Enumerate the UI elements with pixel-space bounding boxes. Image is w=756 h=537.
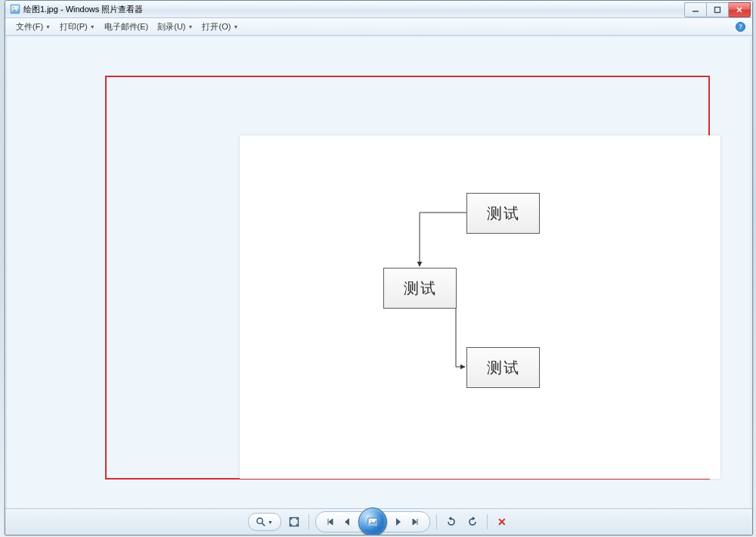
menu-bar: 文件(F)▼ 打印(P)▼ 电子邮件(E) 刻录(U)▼ 打开(O)▼ ? [5,18,752,36]
last-button[interactable] [408,515,422,529]
separator [487,514,488,529]
node-label: 测试 [487,203,520,224]
menu-file[interactable]: 文件(F)▼ [11,20,55,34]
svg-rect-8 [368,524,377,526]
svg-point-9 [370,520,371,521]
viewer-toolbar: ▼ ✕ [5,508,752,535]
annotation-frame: 测试 测试 测试 [105,76,710,480]
menu-email[interactable]: 电子邮件(E) [100,20,153,34]
close-button[interactable] [729,2,751,17]
zoom-control[interactable]: ▼ [248,513,281,531]
viewer-content: 测试 测试 测试 [6,36,751,509]
rotate-cw-icon [466,516,479,528]
chevron-down-icon: ▼ [268,520,273,525]
svg-text:?: ? [739,23,742,30]
separator [308,514,309,529]
fit-icon [288,516,300,528]
chevron-down-icon: ▼ [233,24,238,29]
chevron-down-icon: ▼ [188,24,194,29]
menu-print[interactable]: 打印(P)▼ [55,20,100,34]
maximize-button[interactable] [707,2,729,17]
first-button[interactable] [324,515,337,529]
app-window: 绘图1.jpg - Windows 照片查看器 文件(F)▼ 打印(P)▼ 电子… [5,0,753,535]
svg-point-1 [13,7,14,8]
rotate-cw-button[interactable] [464,514,481,530]
help-button[interactable]: ? [734,20,746,33]
delete-button[interactable]: ✕ [494,514,510,530]
menu-open[interactable]: 打开(O)▼ [197,20,243,34]
rotate-ccw-icon [445,516,457,528]
diagram-node-1: 测试 [466,193,540,234]
chevron-down-icon: ▼ [45,24,51,29]
menu-print-label: 打印(P) [60,21,88,33]
play-slideshow-button[interactable] [358,508,387,535]
svg-point-5 [257,518,262,523]
diagram: 测试 测试 测试 [240,135,720,479]
image-canvas: 测试 测试 测试 [240,135,720,479]
delete-x-icon: ✕ [497,516,507,528]
node-label: 测试 [487,358,520,378]
menu-email-label: 电子邮件(E) [104,21,149,33]
window-controls [684,2,751,16]
node-label: 测试 [404,278,437,299]
app-icon [10,4,20,14]
menu-burn-label: 刻录(U) [157,21,185,33]
rotate-ccw-button[interactable] [443,514,460,530]
slideshow-icon [366,515,380,529]
title-bar: 绘图1.jpg - Windows 照片查看器 [5,1,752,18]
minimize-button[interactable] [684,2,707,17]
diagram-node-2: 测试 [383,268,457,309]
diagram-node-3: 测试 [466,347,540,388]
magnifier-icon [256,517,266,527]
separator [436,514,437,529]
previous-button[interactable] [340,515,354,529]
fit-window-button[interactable] [286,514,302,530]
menu-open-label: 打开(O) [202,21,231,33]
window-title: 绘图1.jpg - Windows 照片查看器 [23,4,143,15]
next-button[interactable] [392,515,405,529]
diagram-connectors [240,135,720,479]
svg-rect-2 [715,8,720,13]
menu-burn[interactable]: 刻录(U)▼ [153,20,197,34]
navigation-control [315,511,430,532]
chevron-down-icon: ▼ [90,24,95,29]
menu-file-label: 文件(F) [16,21,43,33]
